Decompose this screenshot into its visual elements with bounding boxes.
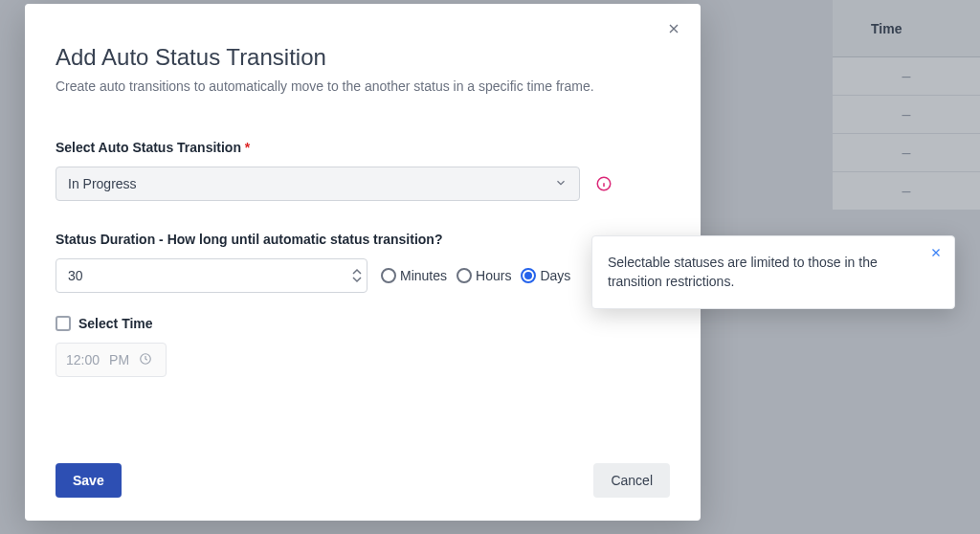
duration-label: Status Duration - How long until automat… bbox=[56, 232, 670, 247]
time-input[interactable]: 12:00 PM bbox=[56, 343, 167, 377]
radio-days[interactable]: Days bbox=[521, 268, 570, 283]
duration-unit-radios: Minutes Hours Days bbox=[381, 268, 570, 283]
save-button[interactable]: Save bbox=[56, 463, 122, 498]
chevron-down-icon bbox=[352, 276, 362, 283]
cancel-button[interactable]: Cancel bbox=[593, 463, 670, 498]
close-icon[interactable] bbox=[662, 17, 685, 40]
tooltip-text: Selectable statuses are limited to those… bbox=[608, 255, 878, 289]
time-value: 12:00 bbox=[66, 352, 100, 367]
radio-minutes[interactable]: Minutes bbox=[381, 268, 447, 283]
status-select-value: In Progress bbox=[68, 176, 137, 191]
duration-value: 30 bbox=[56, 259, 347, 292]
info-tooltip: Selectable statuses are limited to those… bbox=[591, 235, 955, 309]
info-icon[interactable] bbox=[595, 175, 612, 192]
clock-icon bbox=[139, 352, 152, 368]
time-meridiem: PM bbox=[109, 352, 129, 367]
chevron-up-icon bbox=[352, 268, 362, 276]
status-select[interactable]: In Progress bbox=[56, 167, 580, 201]
select-time-checkbox[interactable] bbox=[56, 316, 71, 331]
number-spinner[interactable] bbox=[347, 259, 367, 292]
required-asterisk: * bbox=[245, 140, 250, 155]
select-status-label: Select Auto Status Transition * bbox=[56, 140, 670, 155]
duration-input[interactable]: 30 bbox=[56, 258, 368, 293]
modal-description: Create auto transitions to automatically… bbox=[56, 78, 670, 94]
radio-icon-checked bbox=[521, 268, 536, 283]
chevron-down-icon bbox=[554, 176, 568, 192]
radio-icon bbox=[381, 268, 396, 283]
modal-title: Add Auto Status Transition bbox=[56, 44, 670, 71]
radio-hours[interactable]: Hours bbox=[457, 268, 511, 283]
tooltip-close-icon[interactable] bbox=[927, 244, 945, 261]
radio-icon bbox=[457, 268, 472, 283]
select-time-label: Select Time bbox=[78, 316, 153, 331]
